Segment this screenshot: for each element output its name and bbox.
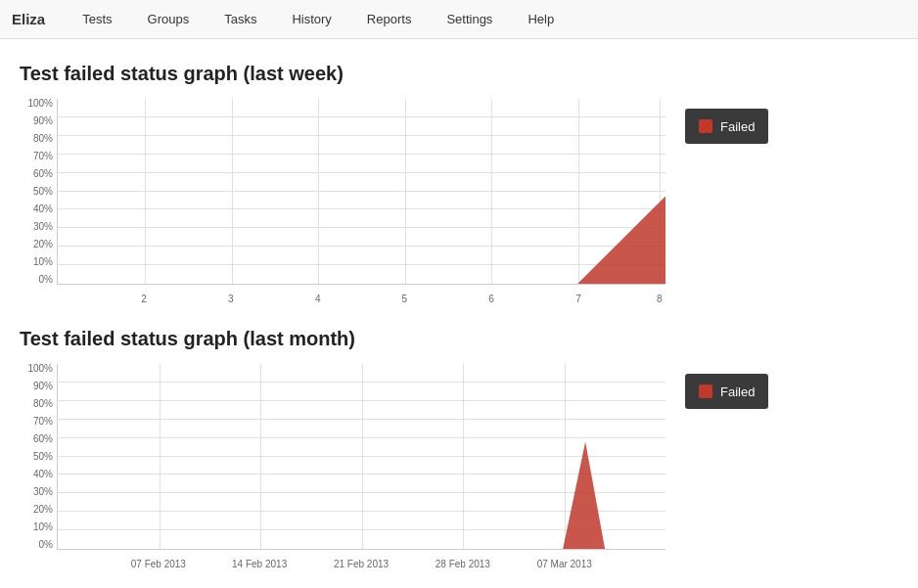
chart-week-plot — [57, 99, 666, 285]
nav-history[interactable]: History — [274, 0, 348, 39]
legend-week-label: Failed — [720, 119, 755, 134]
chart-month-title: Test failed status graph (last month) — [20, 328, 898, 350]
chart-month-svg — [58, 364, 666, 549]
chart-week-area: 0% 10% 20% 30% 40% 50% 60% 70% 80% 90% 1… — [20, 99, 666, 304]
nav-help[interactable]: Help — [510, 0, 572, 39]
chart-week-svg — [58, 99, 666, 284]
chart-month-y-labels: 0% 10% 20% 30% 40% 50% 60% 70% 80% 90% 1… — [20, 364, 57, 550]
nav-reports[interactable]: Reports — [349, 0, 430, 39]
chart-week-y-labels: 0% 10% 20% 30% 40% 50% 60% 70% 80% 90% 1… — [20, 99, 57, 285]
main-content: Test failed status graph (last week) 0% … — [0, 39, 918, 588]
chart-month-section: Test failed status graph (last month) 0%… — [20, 328, 898, 569]
nav-tasks[interactable]: Tasks — [207, 0, 274, 39]
nav-tests[interactable]: Tests — [65, 0, 129, 39]
legend-week-color — [699, 119, 712, 133]
chart-month-wrapper: 0% 10% 20% 30% 40% 50% 60% 70% 80% 90% 1… — [20, 364, 898, 569]
chart-week-wrapper: 0% 10% 20% 30% 40% 50% 60% 70% 80% 90% 1… — [20, 99, 898, 304]
chart-month-x-labels: 07 Feb 2013 14 Feb 2013 21 Feb 2013 28 F… — [57, 550, 666, 569]
legend-month-label: Failed — [720, 384, 755, 399]
chart-month-plot — [57, 364, 666, 550]
chart-month-legend: Failed — [685, 374, 768, 409]
chart-week-legend: Failed — [685, 109, 768, 144]
chart-month-area: 0% 10% 20% 30% 40% 50% 60% 70% 80% 90% 1… — [20, 364, 666, 569]
svg-marker-1 — [563, 442, 605, 549]
svg-marker-0 — [577, 196, 666, 284]
nav-settings[interactable]: Settings — [429, 0, 510, 39]
legend-month-color — [699, 384, 712, 398]
chart-week-title: Test failed status graph (last week) — [20, 63, 898, 85]
nav-groups[interactable]: Groups — [130, 0, 207, 39]
chart-week-x-labels: 2 3 4 5 6 7 8 — [57, 285, 666, 304]
brand-logo: Eliza — [12, 11, 45, 27]
chart-week-section: Test failed status graph (last week) 0% … — [20, 63, 898, 304]
